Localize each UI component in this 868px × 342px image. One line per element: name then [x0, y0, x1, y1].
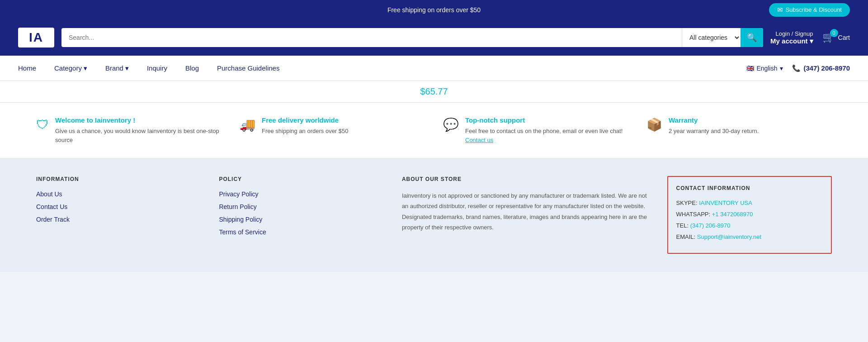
email-label: EMAIL:	[676, 233, 696, 240]
footer-about-store-heading: ABOUT OUR STORE	[402, 176, 649, 182]
feature-warranty: 📦 Warranty 2 year warranty and 30-day re…	[646, 116, 832, 144]
feature-warranty-title: Warranty	[669, 116, 759, 124]
tel-label: TEL:	[676, 222, 689, 229]
search-button[interactable]: 🔍	[741, 28, 763, 47]
footer-terms-of-service[interactable]: Terms of Service	[219, 228, 383, 236]
feature-delivery-desc: Free shipping an orders over $50	[262, 127, 349, 136]
nav-blog-label: Blog	[185, 64, 199, 72]
nav-blog[interactable]: Blog	[185, 64, 199, 72]
footer-contact-us[interactable]: Contact Us	[36, 203, 201, 210]
contact-skype: SKYPE: IAINVENTORY USA	[676, 200, 823, 206]
cart-badge: 0	[830, 29, 838, 37]
skype-value: IAINVENTORY USA	[699, 200, 752, 206]
nav-brand[interactable]: Brand ▾	[105, 64, 129, 72]
flag-icon: 🇬🇧	[746, 65, 754, 72]
cart-label: Cart	[838, 34, 850, 41]
header: IA All categories 🔍 Login / Signup My ac…	[0, 19, 868, 56]
feature-warranty-desc: 2 year warranty and 30-day return.	[669, 127, 759, 136]
whatsapp-value: +1 3472068970	[712, 211, 753, 218]
nav-purchase-guidelines-label: Purchase Guidelines	[217, 64, 279, 72]
language-selector[interactable]: 🇬🇧 English ▾	[746, 65, 783, 72]
category-select[interactable]: All categories	[682, 28, 741, 47]
footer-return-policy[interactable]: Return Policy	[219, 203, 383, 210]
shield-icon: 🛡	[36, 117, 49, 132]
subscribe-label: Subscribe & Discount	[786, 6, 842, 13]
contact-us-link[interactable]: Contact us	[465, 137, 493, 143]
search-icon: 🔍	[747, 33, 757, 42]
footer-about-store-text: Iainventory is not approved or sanctione…	[402, 190, 649, 233]
nav-category[interactable]: Category ▾	[54, 64, 87, 72]
footer-contact-heading: CONTACT INFORMATION	[676, 185, 823, 191]
feature-delivery-title: Free delivery worldwide	[262, 116, 349, 124]
logo[interactable]: IA	[18, 28, 54, 48]
contact-email: EMAIL: Support@iainventory.net	[676, 233, 823, 240]
nav-home[interactable]: Home	[18, 64, 36, 72]
feature-welcome-desc: Give us a chance, you would know Iainven…	[55, 127, 222, 144]
top-banner: Free shipping on orders over $50 ✉ Subsc…	[0, 0, 868, 19]
language-label: English	[757, 65, 778, 72]
my-account[interactable]: My account ▾	[770, 37, 813, 45]
tel-value: (347) 206-8970	[690, 222, 731, 229]
footer-policy-heading: POLICY	[219, 176, 383, 182]
nav-purchase-guidelines[interactable]: Purchase Guidelines	[217, 64, 279, 72]
nav-inquiry-label: Inquiry	[147, 64, 167, 72]
my-account-label: My account	[770, 37, 808, 45]
cart-area[interactable]: 🛒 0 Cart	[822, 32, 850, 43]
contact-tel: TEL: (347) 206-8970	[676, 222, 823, 229]
footer-information-heading: INFORMATION	[36, 176, 201, 182]
nav-home-label: Home	[18, 64, 36, 72]
nav-bar: Home Category ▾ Brand ▾ Inquiry Blog Pur…	[0, 56, 868, 81]
footer-shipping-policy[interactable]: Shipping Policy	[219, 216, 383, 223]
nav-inquiry[interactable]: Inquiry	[147, 64, 167, 72]
features-section: 🛡 Welcome to Iainventory ! Give us a cha…	[0, 103, 868, 158]
email-value: Support@iainventory.net	[697, 233, 761, 240]
chevron-down-icon: ▾	[84, 64, 87, 72]
footer-order-track[interactable]: Order Track	[36, 216, 201, 223]
subscribe-button[interactable]: ✉ Subscribe & Discount	[769, 3, 850, 17]
chevron-down-icon: ▾	[810, 37, 813, 45]
contact-whatsapp: WHATSAPP: +1 3472068970	[676, 211, 823, 218]
phone-number: 📞 (347) 206-8970	[792, 64, 850, 72]
support-icon: 💬	[443, 117, 459, 132]
nav-category-label: Category	[54, 64, 82, 72]
header-right: Login / Signup My account ▾ 🛒 0 Cart	[770, 30, 850, 45]
free-shipping-text: Free shipping on orders over $50	[295, 6, 572, 14]
email-icon: ✉	[777, 6, 783, 14]
delivery-icon: 🚚	[240, 117, 255, 132]
login-area: Login / Signup My account ▾	[770, 30, 813, 45]
footer: INFORMATION About Us Contact Us Order Tr…	[0, 158, 868, 272]
nav-brand-label: Brand	[105, 64, 123, 72]
price-banner: $65.77	[0, 81, 868, 103]
chevron-down-icon: ▾	[125, 64, 129, 72]
chevron-down-icon: ▾	[780, 65, 783, 72]
search-input[interactable]	[61, 34, 682, 41]
feature-support-title: Top-notch support	[465, 116, 623, 124]
feature-support: 💬 Top-notch support Feel free to contact…	[443, 116, 628, 144]
phone-text: (347) 206-8970	[803, 64, 850, 72]
contact-box: CONTACT INFORMATION SKYPE: IAINVENTORY U…	[667, 176, 832, 254]
skype-label: SKYPE:	[676, 200, 698, 206]
footer-policy: POLICY Privacy Policy Return Policy Ship…	[219, 176, 383, 254]
footer-privacy-policy[interactable]: Privacy Policy	[219, 190, 383, 198]
footer-about-store: ABOUT OUR STORE Iainventory is not appro…	[402, 176, 649, 254]
footer-information: INFORMATION About Us Contact Us Order Tr…	[36, 176, 201, 254]
warranty-icon: 📦	[646, 117, 662, 132]
price-text: $65.77	[420, 86, 448, 96]
feature-welcome: 🛡 Welcome to Iainventory ! Give us a cha…	[36, 116, 222, 144]
search-bar: All categories 🔍	[61, 28, 763, 47]
nav-right: 🇬🇧 English ▾ 📞 (347) 206-8970	[746, 64, 850, 72]
login-link[interactable]: Login / Signup	[770, 30, 813, 37]
whatsapp-label: WHATSAPP:	[676, 211, 711, 218]
footer-contact: CONTACT INFORMATION SKYPE: IAINVENTORY U…	[667, 176, 832, 254]
feature-delivery: 🚚 Free delivery worldwide Free shipping …	[240, 116, 425, 144]
footer-about-us[interactable]: About Us	[36, 190, 201, 198]
cart-icon-wrap: 🛒 0	[822, 32, 835, 43]
feature-support-desc: Feel free to contact us on the phone, em…	[465, 127, 623, 136]
feature-welcome-title: Welcome to Iainventory !	[55, 116, 222, 124]
phone-icon: 📞	[792, 64, 801, 72]
